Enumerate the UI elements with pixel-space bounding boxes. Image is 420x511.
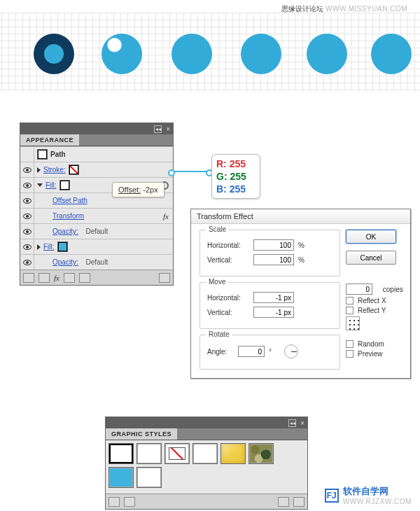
no-stroke-swatch[interactable] — [69, 164, 79, 175]
offset-label: Offset: — [118, 186, 141, 194]
preview-label: Preview — [358, 350, 383, 358]
collapse-icon[interactable]: ◂◂ — [288, 419, 296, 427]
random-checkbox[interactable] — [346, 340, 354, 348]
visibility-toggle[interactable] — [20, 224, 34, 239]
preview-checkbox[interactable] — [346, 350, 354, 358]
eye-icon — [23, 214, 31, 219]
disclosure-icon[interactable] — [37, 244, 41, 250]
eye-icon — [23, 244, 31, 250]
gs-link-button[interactable] — [124, 497, 135, 507]
close-icon[interactable]: × — [300, 419, 304, 427]
close-icon[interactable]: × — [166, 125, 170, 133]
fx-icon[interactable]: fx — [163, 212, 169, 220]
style-thumb-white[interactable] — [136, 467, 162, 488]
offset-path-link[interactable]: Offset Path — [37, 197, 88, 204]
reflect-x-checkbox[interactable] — [346, 297, 354, 304]
tab-graphic-styles[interactable]: GRAPHIC STYLES — [106, 428, 178, 440]
gs-menu-button[interactable] — [108, 497, 120, 507]
visibility-toggle[interactable] — [20, 209, 34, 223]
appearance-body: Path Stroke: Fill: Offset Path Transform… — [20, 146, 173, 270]
new-art-button[interactable] — [23, 273, 34, 283]
opacity-link[interactable]: Opacity: — [37, 227, 78, 235]
fill-link-2[interactable]: Fill: — [43, 243, 55, 251]
eye-icon — [23, 167, 31, 173]
tab-appearance[interactable]: APPEARANCE — [20, 134, 80, 146]
cancel-button[interactable]: Cancel — [346, 251, 396, 265]
reflect-x-label: Reflect X — [358, 297, 386, 304]
add-fx-button[interactable]: fx — [54, 274, 59, 282]
visibility-toggle[interactable] — [20, 178, 34, 192]
artboard-grid — [0, 13, 420, 91]
gs-header[interactable]: ◂◂ × — [106, 417, 307, 428]
move-h-input[interactable] — [253, 292, 294, 303]
row-spacer — [20, 147, 34, 162]
gs-new-button[interactable] — [278, 497, 289, 507]
rgb-r: R: 255 — [216, 158, 255, 170]
path-swatch[interactable] — [37, 149, 48, 160]
ok-button[interactable]: OK — [346, 230, 396, 244]
trash-icon[interactable] — [293, 497, 304, 507]
copies-label: copies — [383, 286, 403, 293]
rgb-g: G: 255 — [216, 170, 255, 183]
move-h-label: Horizontal: — [207, 294, 249, 302]
circle-3 — [172, 34, 212, 74]
visibility-toggle[interactable] — [20, 239, 34, 254]
gs-body — [106, 440, 307, 493]
collapse-icon[interactable]: ◂◂ — [154, 125, 162, 133]
copies-input[interactable] — [346, 284, 372, 295]
brand-logo-icon: FJ — [325, 489, 339, 503]
scale-legend: Scale — [206, 225, 229, 233]
panel-header[interactable]: ◂◂ × — [20, 123, 173, 134]
transform-link[interactable]: Transform — [37, 212, 84, 220]
footer-brand: FJ 软件自学网 WWW.RJZXW.COM — [325, 485, 412, 505]
disclosure-down-icon[interactable] — [37, 183, 43, 187]
clear-button[interactable] — [64, 273, 75, 283]
rotate-legend: Rotate — [206, 330, 232, 338]
style-thumb-nofill[interactable] — [164, 443, 190, 464]
scale-h-input[interactable] — [253, 239, 294, 251]
anchor-grid[interactable] — [346, 316, 360, 330]
style-thumb-2[interactable] — [136, 443, 162, 464]
connector-wire — [171, 171, 210, 172]
scale-v-label: Vertical: — [207, 256, 249, 264]
circle-highlight — [102, 34, 142, 74]
trash-icon[interactable] — [159, 273, 170, 283]
opacity-value-2: Default — [85, 258, 108, 266]
scale-group: Scale Horizontal:% Vertical:% — [200, 230, 340, 276]
visibility-toggle[interactable] — [20, 193, 34, 208]
pct: % — [298, 256, 304, 264]
angle-input[interactable] — [238, 346, 265, 357]
angle-dial[interactable] — [284, 344, 298, 358]
style-thumb-4[interactable] — [192, 443, 218, 464]
scale-h-label: Horizontal: — [207, 241, 249, 249]
random-label: Random — [358, 340, 384, 348]
style-thumb-default[interactable] — [108, 443, 134, 464]
white-fill-swatch[interactable] — [59, 180, 70, 190]
dialog-title: Transform Effect — [191, 209, 410, 224]
move-v-label: Vertical: — [207, 309, 249, 316]
scale-v-input[interactable] — [253, 254, 294, 265]
move-v-input[interactable] — [253, 307, 294, 318]
disclosure-icon[interactable] — [37, 167, 41, 173]
offset-tooltip: Offset: -2px — [112, 182, 164, 197]
appearance-footer: fx — [20, 270, 173, 285]
circle-4 — [241, 34, 281, 74]
opacity-link-2[interactable]: Opacity: — [37, 258, 78, 266]
visibility-toggle[interactable] — [20, 162, 34, 177]
reflect-y-checkbox[interactable] — [346, 307, 354, 314]
style-thumb-camo[interactable] — [248, 443, 274, 464]
circle-ring — [34, 34, 74, 74]
move-group: Move Horizontal: Vertical: — [200, 282, 340, 329]
header-site: WWW.MISSYUAN.COM — [326, 5, 407, 13]
add-stroke-button[interactable] — [38, 273, 50, 283]
blue-fill-swatch[interactable] — [57, 241, 68, 252]
dup-button[interactable] — [79, 273, 90, 283]
style-thumb-gold[interactable] — [220, 443, 246, 464]
fill-link[interactable]: Fill: — [46, 181, 57, 189]
stroke-link[interactable]: Stroke: — [43, 166, 66, 174]
eye-icon — [23, 198, 31, 204]
style-thumb-blue[interactable] — [108, 467, 134, 488]
tab-row: APPEARANCE — [20, 134, 173, 146]
opacity-value: Default — [85, 227, 108, 235]
visibility-toggle[interactable] — [20, 255, 34, 270]
